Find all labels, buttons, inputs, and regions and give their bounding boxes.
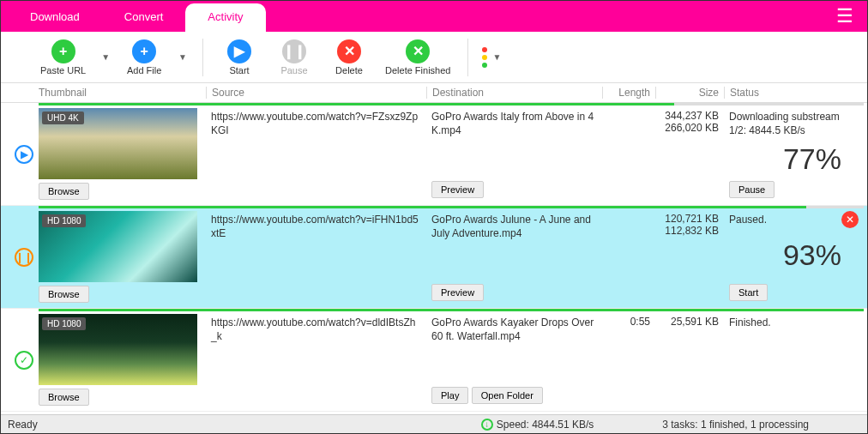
tab-activity[interactable]: Activity [185,3,265,33]
close-icon: ✕ [406,39,430,63]
quality-badge: HD 1080 [42,317,86,330]
rows-container: ▶ UHD 4K Browse https://www.youtube.com/… [1,103,867,414]
size-value: 344,237 KB266,020 KB [655,108,724,200]
table-row[interactable]: ✓ HD 1080 Browse https://www.youtube.com… [1,309,867,412]
paste-url-dropdown[interactable]: ▼ [96,52,115,62]
options-dropdown: ▼ [487,52,506,62]
plus-icon: + [51,39,75,63]
status-ready: Ready [8,419,38,431]
separator [467,39,468,76]
play-button[interactable]: Play [431,387,468,404]
destination-filename: GoPro Awards Italy from Above in 4K.mp4 [431,110,597,137]
table-row[interactable]: ❙❙ HD 1080 Browse https://www.youtube.co… [1,206,867,309]
thumbnail-image[interactable]: HD 1080 [39,211,197,282]
row-state-indicator: ❙❙ [9,211,39,303]
quality-badge: UHD 4K [42,112,84,124]
quality-badge: HD 1080 [42,214,86,227]
length-value [602,108,655,200]
row-action-button[interactable]: Start [729,284,768,301]
row-state-indicator: ✓ [9,314,39,406]
delete-finished-button[interactable]: ✕ Delete Finished [378,38,457,77]
progress-bar [39,103,864,105]
browse-button[interactable]: Browse [39,183,89,200]
source-url: https://www.youtube.com/watch?v=dldIBtsZ… [211,316,421,343]
status-text: Paused. [729,213,841,226]
length-value: 0:55 [602,314,655,406]
add-file-button[interactable]: + Add File [118,38,170,77]
destination-filename: GoPro Awards Kayaker Drops Over 60 ft. W… [431,316,597,343]
status-tasks: 3 tasks: 1 finished, 1 processing [662,419,809,431]
tab-download[interactable]: Download [8,3,102,30]
tab-convert[interactable]: Convert [102,3,186,30]
top-tab-bar: Download Convert Activity ☰ [1,1,867,32]
start-button[interactable]: ▶ Start [214,38,265,77]
browse-button[interactable]: Browse [39,286,89,303]
size-value: 120,721 KB112,832 KB [655,211,724,303]
header-destination[interactable]: Destination [426,87,602,99]
thumbnail-image[interactable]: HD 1080 [39,314,197,385]
browse-button[interactable]: Browse [39,389,89,406]
hamburger-menu-icon[interactable]: ☰ [829,5,860,27]
paste-url-button[interactable]: + Paste URL [33,38,93,77]
table-row[interactable]: ▶ UHD 4K Browse https://www.youtube.com/… [1,103,867,206]
header-source[interactable]: Source [206,87,426,99]
thumbnail-image[interactable]: UHD 4K [39,108,197,179]
pause-button[interactable]: ❙❙ Pause [268,38,320,77]
destination-filename: GoPro Awards Julune - A June and July Ad… [431,213,597,240]
header-length[interactable]: Length [602,87,655,99]
source-url: https://www.youtube.com/watch?v=iFHN1bd5… [211,213,421,240]
separator [202,39,203,76]
status-text: Finished. [729,316,841,329]
options-menu[interactable]: ▼ [479,47,506,68]
pause-icon: ❙❙ [282,39,306,63]
state-icon: ❙❙ [15,248,33,267]
plus-icon: + [132,39,156,63]
state-icon: ✓ [15,351,33,370]
row-action-button[interactable]: Pause [729,181,775,198]
state-icon: ▶ [15,145,33,164]
percent-label: 77% [729,142,841,176]
download-icon: ↓ [481,419,493,431]
status-text: Downloading substream 1/2: 4844.5 KB/s [729,110,841,137]
add-file-dropdown[interactable]: ▼ [173,52,192,62]
row-state-indicator: ▶ [9,108,39,200]
toolbar: + Paste URL ▼ + Add File ▼ ▶ Start ❙❙ Pa… [1,32,867,83]
header-status[interactable]: Status [724,87,867,99]
source-url: https://www.youtube.com/watch?v=FZsxz9Zp… [211,110,421,137]
preview-button[interactable]: Preview [431,284,484,301]
row-close-button[interactable]: ✕ [841,211,859,228]
open-folder-button[interactable]: Open Folder [472,387,543,404]
size-value: 25,591 KB [655,314,724,406]
preview-button[interactable]: Preview [431,181,484,198]
table-header: Thumbnail Source Destination Length Size… [1,83,867,103]
delete-button[interactable]: ✕ Delete [323,38,375,77]
progress-bar [39,309,864,311]
percent-label: 93% [729,238,841,272]
status-speed: ↓ Speed: 4844.51 KB/s [481,419,594,431]
header-thumbnail[interactable]: Thumbnail [39,87,206,99]
status-bar: Ready ↓ Speed: 4844.51 KB/s 3 tasks: 1 f… [1,414,867,433]
play-icon: ▶ [227,39,251,63]
header-size[interactable]: Size [655,87,724,99]
close-icon: ✕ [337,39,361,63]
progress-bar [39,206,864,208]
length-value [602,211,655,303]
